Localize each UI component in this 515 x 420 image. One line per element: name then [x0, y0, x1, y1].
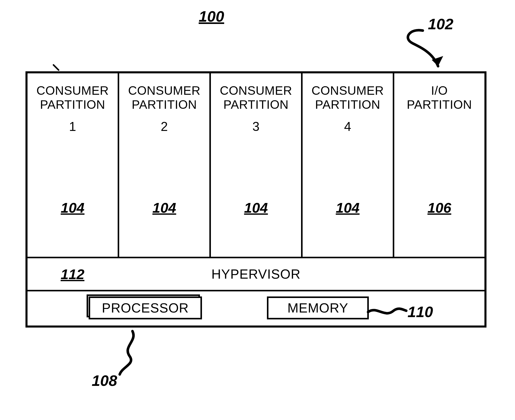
partition-title: CONSUMER PARTITION [220, 84, 292, 112]
processor-label: PROCESSOR [102, 300, 189, 316]
partition-title: CONSUMER PARTITION [36, 84, 109, 112]
partition-num: 3 [252, 119, 260, 134]
partition-ref: 106 [427, 199, 451, 216]
partition-title-line2: PARTITION [132, 98, 197, 111]
hypervisor-row: 112 HYPERVISOR [28, 257, 484, 290]
processor-box: PROCESSOR [89, 296, 202, 319]
partition-1: CONSUMER PARTITION 1 104 [28, 73, 119, 257]
svg-marker-0 [432, 56, 443, 66]
hypervisor-ref: 112 [61, 266, 84, 282]
partition-title-line2: PARTITION [407, 98, 472, 111]
hardware-row: PROCESSOR MEMORY [28, 290, 484, 326]
partition-3: CONSUMER PARTITION 3 104 [211, 73, 303, 257]
partition-title-line1: CONSUMER [311, 84, 384, 97]
callout-108: 108 [92, 372, 117, 389]
partition-num: 1 [69, 119, 76, 134]
partition-io: I/O PARTITION 106 [394, 73, 484, 257]
partition-num: 4 [344, 119, 351, 134]
partition-title-line1: I/O [431, 84, 448, 97]
partition-ref: 104 [61, 199, 84, 216]
partition-title-line2: PARTITION [223, 98, 289, 111]
partition-title-line1: CONSUMER [128, 84, 200, 97]
partition-title: CONSUMER PARTITION [311, 84, 384, 112]
memory-box: MEMORY [267, 296, 369, 319]
partition-title-line1: CONSUMER [220, 84, 292, 97]
hypervisor-label: HYPERVISOR [211, 266, 301, 282]
partition-title-line2: PARTITION [315, 98, 380, 111]
processor-stack: PROCESSOR [89, 296, 202, 319]
partition-title: CONSUMER PARTITION [128, 84, 200, 112]
partition-title-line2: PARTITION [40, 98, 105, 111]
partition-2: CONSUMER PARTITION 2 104 [119, 73, 211, 257]
figure-number-label: 100 [199, 8, 224, 25]
partitions-row: CONSUMER PARTITION 1 104 CONSUMER PARTIT… [28, 73, 484, 257]
partition-title-line1: CONSUMER [36, 84, 109, 97]
partition-4: CONSUMER PARTITION 4 104 [303, 73, 394, 257]
callout-102: 102 [428, 15, 453, 33]
system-diagram-box: CONSUMER PARTITION 1 104 CONSUMER PARTIT… [25, 71, 486, 328]
partition-title: I/O PARTITION [407, 84, 472, 112]
partition-ref: 104 [244, 199, 268, 216]
memory-label: MEMORY [287, 300, 348, 316]
partition-num: 2 [161, 119, 168, 134]
partition-ref: 104 [152, 199, 176, 216]
partition-ref: 104 [336, 199, 359, 216]
